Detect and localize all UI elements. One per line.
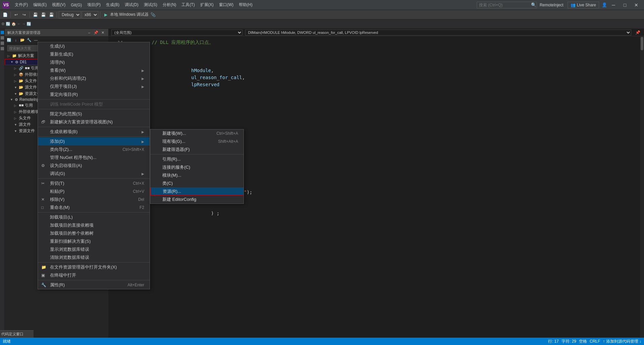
ctx-project-only[interactable]: 仅用于项目(J) ▶ bbox=[38, 82, 150, 91]
sub-existing-item-shortcut: Shift+Alt+A bbox=[218, 139, 238, 144]
sub-module-label: 模块(M)... bbox=[162, 172, 181, 178]
ctx-properties[interactable]: 🔧 属性(R) Alt+Enter bbox=[38, 281, 150, 289]
ctx-clean[interactable]: 清理(N) bbox=[38, 58, 150, 66]
ctx-add[interactable]: 添加(D) ▶ bbox=[38, 137, 150, 146]
ctx-remove[interactable]: ✕ 移除(V) Del bbox=[38, 195, 150, 204]
ctx-analyze[interactable]: 分析和代码清理(Z) ▶ bbox=[38, 74, 150, 82]
ctx-sep-1 bbox=[38, 99, 150, 100]
ctx-sep-8 bbox=[38, 280, 150, 280]
ctx-rebuild-label: 重新生成(E) bbox=[50, 51, 73, 57]
ctx-properties-shortcut: Alt+Enter bbox=[127, 283, 144, 287]
ctx-clear-errors-label: 清除浏览数据库错误 bbox=[50, 254, 89, 261]
ctx-properties-label: 属性(R) bbox=[50, 282, 65, 288]
ctx-load-direct[interactable]: 加载项目的直接依赖项 bbox=[38, 221, 150, 229]
ctx-rename[interactable]: □ 重命名(M) F2 bbox=[38, 204, 150, 212]
sub-new-item-shortcut: Ctrl+Shift+A bbox=[216, 131, 238, 136]
ctx-view-label: 查看(W) bbox=[50, 67, 66, 73]
ctx-properties-icon: 🔧 bbox=[41, 283, 46, 287]
ctx-open-terminal[interactable]: ▣ 在终端中打开 bbox=[38, 271, 150, 279]
ctx-view[interactable]: 查看(W) ▶ bbox=[38, 66, 150, 74]
ctx-sep-5 bbox=[38, 178, 150, 179]
ctx-cut-shortcut: Ctrl+X bbox=[133, 181, 144, 186]
ctx-scope[interactable]: 限定为此范围(S) bbox=[38, 110, 150, 118]
ctx-paste-shortcut: Ctrl+V bbox=[133, 189, 144, 194]
sub-sep-1 bbox=[150, 154, 244, 155]
sub-reference-label: 引用(R)... bbox=[162, 156, 181, 162]
ctx-open-folder-icon: 📁 bbox=[41, 265, 46, 270]
ctx-rename-icon: □ bbox=[41, 205, 44, 210]
ctx-scope-label: 限定为此范围(S) bbox=[50, 111, 82, 117]
ctx-class-wizard[interactable]: 类向导(Z)... Ctrl+Shift+X bbox=[38, 146, 150, 154]
ctx-remove-shortcut: Del bbox=[138, 197, 144, 202]
ctx-rescan-label: 重新扫描解决方案(S) bbox=[50, 238, 91, 244]
ctx-show-errors[interactable]: 显示浏览数据库错误 bbox=[38, 245, 150, 253]
ctx-add-label: 添加(D) bbox=[50, 138, 65, 145]
sub-new-item[interactable]: 新建项(W)... Ctrl+Shift+A bbox=[150, 129, 244, 137]
ctx-open-folder-label: 在文件资源管理器中打开文件夹(X) bbox=[50, 264, 117, 270]
ctx-nuget[interactable]: 管理 NuGet 程序包(N)... bbox=[38, 154, 150, 162]
ctx-startup-label: 设为启动项目(A) bbox=[50, 163, 82, 169]
ctx-cut-label: 剪切(T) bbox=[50, 180, 64, 186]
sub-class-label: 类(C) bbox=[162, 180, 173, 186]
ctx-unload[interactable]: 卸载项目(L) bbox=[38, 213, 150, 221]
ctx-analyze-arrow: ▶ bbox=[142, 77, 144, 80]
ctx-open-terminal-icon: ▣ bbox=[41, 273, 45, 278]
ctx-class-wizard-shortcut: Ctrl+Shift+X bbox=[122, 147, 144, 152]
sub-module[interactable]: 模块(M)... bbox=[150, 171, 244, 179]
ctx-dep-label: 生成依赖项(B) bbox=[50, 129, 77, 135]
ctx-clear-errors[interactable]: 清除浏览数据库错误 bbox=[38, 253, 150, 262]
ctx-new-view-icon: 🗗 bbox=[41, 120, 45, 124]
ctx-remove-icon: ✕ bbox=[41, 197, 45, 202]
ctx-dep-arrow: ▶ bbox=[142, 130, 144, 134]
ctx-paste[interactable]: 粘贴(P) Ctrl+V bbox=[38, 187, 150, 195]
ctx-add-arrow: ▶ bbox=[142, 140, 144, 143]
sub-resource[interactable]: 资源(R)... bbox=[150, 187, 244, 195]
sub-editorconfig[interactable]: 新建 EditorConfig bbox=[150, 195, 244, 204]
ctx-project-only-label: 仅用于项目(J) bbox=[50, 83, 77, 90]
ctx-nuget-label: 管理 NuGet 程序包(N)... bbox=[50, 155, 97, 161]
ctx-paste-label: 粘贴(P) bbox=[50, 188, 64, 194]
ctx-debug[interactable]: 调试(G) ▶ bbox=[38, 170, 150, 178]
ctx-rescan[interactable]: 重新扫描解决方案(S) bbox=[38, 237, 150, 245]
ctx-rename-shortcut: F2 bbox=[140, 205, 144, 210]
ctx-debug-arrow: ▶ bbox=[142, 172, 144, 176]
sub-new-filter-label: 新建筛选器(F) bbox=[162, 147, 190, 153]
ctx-load-all[interactable]: 加载项目的整个依赖树 bbox=[38, 229, 150, 237]
ctx-open-folder[interactable]: 📁 在文件资源管理器中打开文件夹(X) bbox=[38, 263, 150, 271]
sub-class[interactable]: 类(C) bbox=[150, 179, 244, 187]
context-menu: 生成(U) 重新生成(E) 清理(N) 查看(W) ▶ 分析和代码清理(Z) ▶… bbox=[38, 42, 150, 289]
ctx-open-terminal-label: 在终端中打开 bbox=[50, 272, 76, 278]
ctx-class-wizard-label: 类向导(Z)... bbox=[50, 147, 72, 153]
ctx-load-all-label: 加载项目的整个依赖树 bbox=[50, 230, 94, 236]
ctx-rename-label: 重命名(M) bbox=[50, 205, 70, 211]
ctx-cut[interactable]: ✂ 剪切(T) Ctrl+X bbox=[38, 179, 150, 187]
ctx-train-label: 训练 IntelliCode Poirot 模型 bbox=[50, 101, 103, 107]
ctx-retarget[interactable]: 重定向项目(R) bbox=[38, 91, 150, 99]
ctx-view-arrow: ▶ bbox=[142, 69, 144, 72]
sub-connected[interactable]: 连接的服务(C) bbox=[150, 163, 244, 171]
sub-new-item-label: 新建项(W)... bbox=[162, 130, 186, 136]
ctx-dep[interactable]: 生成依赖项(B) ▶ bbox=[38, 128, 150, 136]
ctx-new-view-label: 新建解决方案资源管理器视图(N) bbox=[50, 119, 113, 125]
sub-reference[interactable]: 引用(R)... bbox=[150, 155, 244, 163]
context-menu-overlay[interactable]: 生成(U) 重新生成(E) 清理(N) 查看(W) ▶ 分析和代码清理(Z) ▶… bbox=[0, 0, 644, 345]
sub-resource-label: 资源(R)... bbox=[163, 188, 181, 194]
ctx-new-view[interactable]: 🗗 新建解决方案资源管理器视图(N) bbox=[38, 118, 150, 126]
ctx-sep-4 bbox=[38, 136, 150, 137]
ctx-unload-label: 卸载项目(L) bbox=[50, 214, 73, 220]
sub-new-filter[interactable]: 新建筛选器(F) bbox=[150, 146, 244, 154]
ctx-clean-label: 清理(N) bbox=[50, 59, 65, 65]
ctx-startup-icon: ⚙ bbox=[41, 163, 45, 168]
ctx-cut-icon: ✂ bbox=[41, 181, 45, 186]
sub-existing-item[interactable]: 现有项(G)... Shift+Alt+A bbox=[150, 137, 244, 146]
ctx-show-errors-label: 显示浏览数据库错误 bbox=[50, 246, 89, 252]
context-submenu: 新建项(W)... Ctrl+Shift+A 现有项(G)... Shift+A… bbox=[150, 129, 244, 204]
ctx-sep-7 bbox=[38, 262, 150, 263]
ctx-rebuild[interactable]: 重新生成(E) bbox=[38, 50, 150, 58]
ctx-retarget-label: 重定向项目(R) bbox=[50, 92, 78, 98]
sub-connected-label: 连接的服务(C) bbox=[162, 164, 190, 170]
ctx-remove-label: 移除(V) bbox=[50, 196, 64, 203]
ctx-startup[interactable]: ⚙ 设为启动项目(A) bbox=[38, 162, 150, 170]
ctx-debug-label: 调试(G) bbox=[50, 171, 65, 177]
ctx-build[interactable]: 生成(U) bbox=[38, 42, 150, 50]
